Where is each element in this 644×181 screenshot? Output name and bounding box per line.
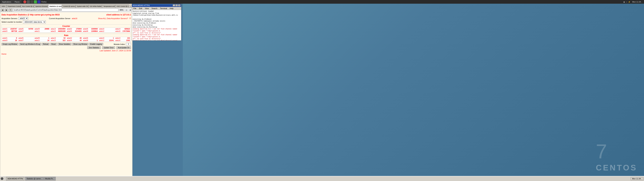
close-btn[interactable]: ✕ bbox=[178, 4, 180, 6]
menu-help[interactable]: Help bbox=[169, 7, 174, 10]
tab-control-label: Control @ carme-gsi... bbox=[63, 6, 76, 7]
tab-syswide[interactable]: System wide Chec... ✕ bbox=[76, 4, 88, 8]
rate-aida15: aida15 323 bbox=[50, 40, 66, 42]
tab-experiment-label: Experiment Control @... bbox=[8, 6, 21, 7]
app-icon-2[interactable] bbox=[27, 0, 30, 3]
menu-terminal[interactable]: Terminal bbox=[159, 7, 168, 10]
app-icon-3[interactable] bbox=[30, 0, 33, 3]
last-updated-row: Last Updated: June 17, 2024 11:33:59 bbox=[2, 50, 131, 52]
counter-aida11: aida11 bbox=[34, 30, 50, 32]
app-icon-4[interactable] bbox=[34, 0, 37, 3]
module-index: Module Index: bbox=[114, 43, 131, 46]
reset-btn[interactable]: Reset bbox=[50, 43, 57, 46]
rate-grid: aida01 0 aida05 aida09 1 aida13 53 bbox=[2, 37, 131, 42]
counter-aida07: aida07 bbox=[18, 30, 34, 32]
rate-aida12: aida12 22241 bbox=[98, 40, 115, 42]
nav-forward-btn[interactable]: ▶ bbox=[5, 8, 8, 12]
select-counter-label: Select counter to monitor bbox=[2, 21, 22, 23]
tab-aida-close[interactable]: ✕ bbox=[6, 6, 6, 7]
tab-asic[interactable]: ASIC Control @ carr... ✕ bbox=[116, 4, 129, 8]
tab-gsi-label: GSI White Rabbit Tir... bbox=[90, 6, 102, 7]
tab-spectrum[interactable]: Spectrum Browser @... ✕ bbox=[34, 4, 48, 8]
nav-back-btn[interactable]: ◀ bbox=[1, 8, 4, 12]
app-icon-1[interactable] bbox=[23, 0, 26, 3]
rate-aida01: aida01 0 bbox=[2, 37, 18, 40]
empty-log-btn[interactable]: Empty Log Window bbox=[2, 43, 18, 46]
show-variables-btn[interactable]: Show Variables bbox=[58, 43, 72, 46]
new-tab-btn[interactable]: + bbox=[129, 6, 132, 8]
tray-area: ▦ ♫ ⚡ Mon 11:34 . bbox=[623, 1, 643, 3]
controls-row: Empty Log Window Send Log Window to ELog… bbox=[2, 43, 131, 46]
tray-vol[interactable]: ♫ bbox=[626, 1, 627, 3]
tab-statistics[interactable]: Statistics @ carme-... ✕ bbox=[48, 4, 62, 8]
log-line: done executing do_PostSetup bbox=[133, 26, 180, 28]
show-all-servers-link[interactable]: Show ALL Data Acquisition Servers? bbox=[98, 18, 128, 20]
update-row: Zero Statistics Update Once AutoUpdate O… bbox=[2, 46, 131, 49]
tab-run-control[interactable]: Run Control @ carr... ✕ bbox=[21, 4, 34, 8]
log-line: ::MASTERTTS namespace already exists bbox=[133, 20, 180, 22]
module-index-input[interactable] bbox=[126, 43, 131, 46]
applications-menu[interactable]: Applications bbox=[1, 0, 13, 3]
log-line-error: loading Spectrum.tcl > can not find chan… bbox=[133, 34, 180, 38]
tab-temp[interactable]: Temperature and st... ✕ bbox=[102, 4, 115, 8]
places-menu[interactable]: Places bbox=[13, 0, 21, 3]
taskbar-start-icon[interactable] bbox=[1, 177, 3, 180]
zoom-level[interactable]: 90% bbox=[119, 9, 124, 11]
counter-aida09: aida09 20988 bbox=[34, 28, 50, 30]
client-address-label: client address is bbox=[106, 14, 122, 16]
menu-edit[interactable]: Edit bbox=[138, 7, 143, 10]
rate-aida11: aida11 24 bbox=[34, 40, 50, 42]
reload-btn[interactable]: Reload bbox=[42, 43, 50, 46]
tab-control[interactable]: Control @ carme-gsi... ✕ bbox=[62, 4, 76, 8]
rate-aida13: aida13 53 bbox=[50, 37, 66, 40]
counter-section-title: Counter bbox=[2, 25, 131, 28]
taskbar-network-icon[interactable] bbox=[4, 177, 5, 180]
acq-server-select[interactable]: aida15 bbox=[18, 17, 28, 20]
enable-logging-btn[interactable]: Enable Logging bbox=[89, 43, 103, 46]
tray-net[interactable]: ▦ bbox=[623, 1, 625, 3]
tab-syswide-label: System wide Chec... bbox=[77, 6, 88, 7]
send-log-btn[interactable]: Send Log Window to ELog bbox=[19, 43, 41, 46]
app-icon-5[interactable] bbox=[38, 0, 40, 3]
address-bar[interactable] bbox=[13, 8, 118, 12]
nav-reload-btn[interactable]: ↻ bbox=[9, 8, 12, 12]
counter-aida16: aida16 17673066 bbox=[115, 30, 131, 32]
taskbar-midas-btn[interactable]: AIDA MIDAS HTTPd bbox=[6, 177, 24, 180]
select-counter-row: Select counter to monitor AIDA ADC data … bbox=[2, 20, 131, 24]
menu-search[interactable]: Search bbox=[151, 7, 158, 10]
taskbar-clock: Mon 11:34 . bbox=[630, 177, 643, 180]
log-line-error: loading Spectrum.tcl > can not find chan… bbox=[133, 40, 180, 40]
counter-aida06: aida06 1500000 bbox=[82, 28, 98, 30]
menu-file[interactable]: File bbox=[133, 7, 137, 10]
zero-stats-btn[interactable]: Zero Statistics bbox=[87, 46, 101, 49]
home-link[interactable]: Home bbox=[2, 53, 131, 55]
counter-aida14: aida14 425622 bbox=[115, 28, 131, 30]
menu-icon[interactable]: ≡ bbox=[129, 9, 132, 12]
show-log-btn[interactable]: Show Log Window bbox=[72, 43, 88, 46]
last-updated: Last Updated: June 17, 2024 11:33:59 bbox=[100, 50, 131, 52]
bookmark-icon[interactable]: ☆ bbox=[125, 9, 128, 12]
counter-select[interactable]: AIDA ADC data items bbox=[23, 20, 46, 24]
show-all-icon[interactable]: ☑ bbox=[129, 17, 131, 20]
acq-servers-label: Acquisition Servers bbox=[2, 18, 17, 20]
counter-grid: aida01 2325767 aida05 54700 aida09 20988… bbox=[2, 28, 131, 32]
minimize-btn[interactable]: _ bbox=[173, 4, 175, 6]
tab-experiment[interactable]: Experiment Control @... ✕ bbox=[7, 4, 21, 8]
taskbar-firefox-btn[interactable]: Statistics @ carme-... — Mozilla Fir... bbox=[25, 177, 56, 180]
tab-run-control-label: Run Control @ carr... bbox=[22, 6, 34, 7]
tray-bat[interactable]: ⚡ bbox=[628, 1, 630, 3]
tab-gsi[interactable]: GSI White Rabbit Tir... ✕ bbox=[88, 4, 102, 8]
log-line-error: loading Spectrum.tcl > can not find chan… bbox=[133, 28, 180, 32]
update-once-btn[interactable]: Update Once bbox=[102, 46, 115, 49]
counter-aida05: aida05 54700 bbox=[18, 28, 34, 30]
tab-aida[interactable]: AIDA ✕ bbox=[0, 4, 6, 8]
separator bbox=[22, 0, 22, 3]
current-acq-server-link[interactable]: aida16 bbox=[72, 18, 77, 20]
browser-window: AIDA ✕ Experiment Control @... ✕ Run Con… bbox=[0, 4, 132, 178]
counter-aida12: aida12 bbox=[98, 30, 115, 32]
current-acq-label: Current Acquisition Server bbox=[49, 18, 70, 20]
autoupdate-btn[interactable]: AutoUpdate On bbox=[116, 46, 131, 49]
tab-aida-label: AIDA bbox=[2, 6, 5, 7]
maximize-btn[interactable]: □ bbox=[176, 4, 178, 6]
menu-view[interactable]: View bbox=[144, 7, 150, 10]
